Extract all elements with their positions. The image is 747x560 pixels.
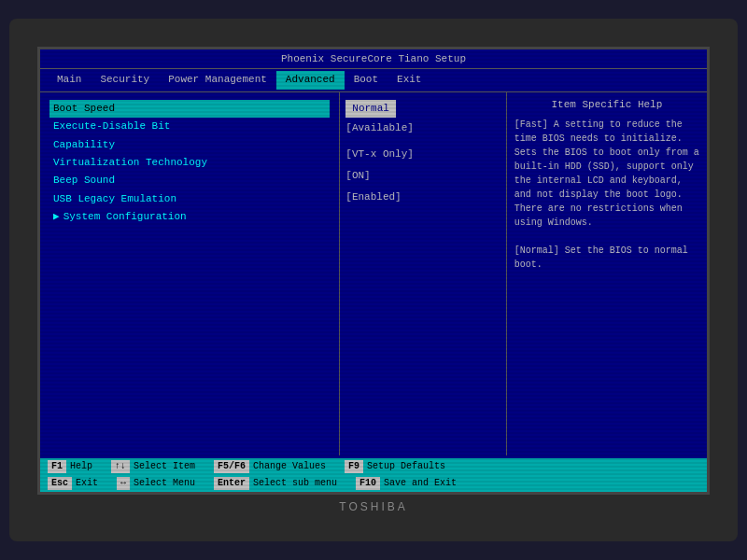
option-usb-legacy[interactable]: USB Legacy Emulation — [49, 190, 330, 208]
status-enter: Enter Select sub menu — [214, 477, 337, 490]
beep-sound-label: Beep Sound — [53, 174, 115, 188]
usb-legacy-label: USB Legacy Emulation — [53, 192, 176, 206]
status-f5f6: F5/F6 Change Values — [214, 460, 326, 473]
f10-key[interactable]: F10 — [356, 477, 380, 490]
vt-value: [VT-x Only] — [345, 146, 500, 163]
boot-speed-value-container: Normal — [345, 100, 500, 119]
menu-security[interactable]: Security — [91, 71, 159, 89]
bios-container: Phoenix SecureCore Tiano Setup Main Secu… — [40, 49, 707, 492]
option-virtualization[interactable]: Virtualization Technology — [49, 154, 330, 172]
middle-panel: Normal [Available] [VT-x Only] [ON] [Ena… — [340, 92, 507, 455]
beep-value: [ON] — [345, 167, 500, 185]
select-item-desc: Select Item — [134, 460, 195, 473]
arrow-icon: ▶ — [53, 210, 60, 224]
status-f1: F1 Help — [48, 460, 92, 473]
screen: Phoenix SecureCore Tiano Setup Main Secu… — [37, 47, 710, 495]
option-system-config[interactable]: ▶ System Configuration — [49, 208, 330, 226]
laptop-frame: Phoenix SecureCore Tiano Setup Main Secu… — [9, 19, 738, 541]
execute-disable-label: Execute-Disable Bit — [53, 119, 170, 133]
main-content: Boot Speed Execute-Disable Bit Capabilit… — [40, 92, 707, 455]
virtualization-label: Virtualization Technology — [53, 156, 207, 170]
help-title: Item Specific Help — [514, 98, 699, 112]
enter-key[interactable]: Enter — [214, 477, 249, 490]
option-execute-disable[interactable]: Execute-Disable Bit — [49, 118, 330, 135]
left-panel: Boot Speed Execute-Disable Bit Capabilit… — [40, 92, 340, 455]
vt-value-container: [VT-x Only] — [345, 146, 500, 163]
status-f9: F9 Setup Defaults — [345, 460, 445, 473]
menu-exit[interactable]: Exit — [388, 71, 430, 89]
boot-speed-label: Boot Speed — [53, 102, 115, 116]
f9-desc: Setup Defaults — [367, 460, 445, 473]
system-config-label: System Configuration — [63, 210, 187, 224]
option-boot-speed[interactable]: Boot Speed — [49, 100, 330, 118]
bios-title: Phoenix SecureCore Tiano Setup — [281, 53, 466, 64]
option-capability[interactable]: Capability — [49, 136, 330, 154]
status-select-item: ↑↓ Select Item — [111, 460, 195, 473]
status-esc: Esc Exit — [48, 477, 98, 490]
status-row-2: Esc Exit ↔ Select Menu Enter Select sub … — [40, 475, 707, 492]
f10-desc: Save and Exit — [384, 477, 457, 490]
f9-key[interactable]: F9 — [345, 460, 363, 473]
menu-boot[interactable]: Boot — [345, 71, 388, 89]
option-beep-sound[interactable]: Beep Sound — [49, 172, 330, 189]
usb-value-container: [Enabled] — [345, 189, 500, 206]
capability-label: Capability — [53, 138, 115, 152]
status-row-1: F1 Help ↑↓ Select Item F5/F6 Change Valu… — [40, 458, 707, 475]
usb-value: [Enabled] — [345, 189, 500, 206]
title-bar: Phoenix SecureCore Tiano Setup — [40, 49, 707, 69]
help-text: [Fast] A setting to reduce the time BIOS… — [514, 118, 699, 272]
f1-key[interactable]: F1 — [48, 460, 66, 473]
menu-advanced[interactable]: Advanced — [276, 71, 345, 89]
laptop-brand: TOSHIBA — [339, 500, 407, 513]
boot-speed-value[interactable]: Normal — [345, 100, 396, 118]
right-panel: Item Specific Help [Fast] A setting to r… — [507, 92, 707, 455]
f1-desc: Help — [70, 460, 92, 473]
select-menu-desc: Select Menu — [134, 477, 195, 490]
arrow-updown-key: ↑↓ — [111, 460, 130, 473]
status-bar: F1 Help ↑↓ Select Item F5/F6 Change Valu… — [40, 458, 707, 492]
status-f10: F10 Save and Exit — [356, 477, 457, 490]
status-select-menu: ↔ Select Menu — [117, 477, 195, 490]
menu-bar: Main Security Power Management Advanced … — [40, 69, 707, 91]
esc-desc: Exit — [76, 477, 98, 490]
arrow-lr-key: ↔ — [117, 477, 130, 490]
enter-desc: Select sub menu — [253, 477, 337, 490]
f5f6-key[interactable]: F5/F6 — [214, 460, 249, 473]
menu-power[interactable]: Power Management — [159, 71, 276, 89]
beep-value-container: [ON] — [345, 167, 500, 185]
esc-key[interactable]: Esc — [48, 477, 72, 490]
menu-main[interactable]: Main — [48, 71, 91, 89]
f5f6-desc: Change Values — [253, 460, 326, 473]
execute-disable-value: [Available] — [345, 119, 500, 137]
